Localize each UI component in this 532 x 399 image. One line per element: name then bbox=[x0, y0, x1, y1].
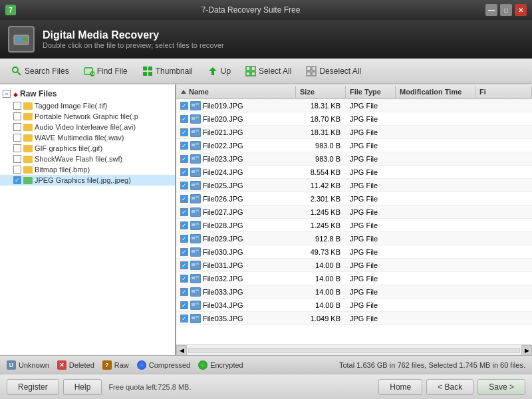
table-row[interactable]: ✓File022.JPG983.0 BJPG File bbox=[176, 139, 532, 152]
find-file-button[interactable]: Find File bbox=[78, 63, 134, 80]
tree-checkbox[interactable] bbox=[13, 155, 21, 163]
file-checkbox[interactable]: ✓ bbox=[180, 315, 188, 323]
file-checkbox[interactable]: ✓ bbox=[180, 168, 188, 176]
tree-checkbox[interactable] bbox=[13, 166, 21, 174]
file-fi-cell bbox=[475, 291, 532, 293]
svg-rect-64 bbox=[196, 276, 199, 278]
toolbar: Search Files Find File Thumbnail bbox=[0, 59, 532, 84]
table-row[interactable]: ✓File030.JPG49.73 KBJPG File bbox=[176, 245, 532, 259]
scroll-left-button[interactable]: ◀ bbox=[176, 345, 187, 356]
minimize-button[interactable]: — bbox=[485, 4, 497, 16]
file-type-icon bbox=[190, 128, 201, 137]
svg-rect-20 bbox=[307, 72, 311, 76]
file-checkbox[interactable]: ✓ bbox=[180, 128, 188, 136]
svg-rect-34 bbox=[196, 143, 199, 145]
file-checkbox[interactable]: ✓ bbox=[180, 261, 188, 269]
file-mtime-cell bbox=[396, 304, 475, 307]
file-checkbox[interactable]: ✓ bbox=[180, 248, 188, 256]
tree-checkbox[interactable] bbox=[13, 123, 21, 131]
tree-item[interactable]: ✓JPEG Graphics file(.jpg,.jpeg) bbox=[0, 175, 175, 186]
col-name: Name bbox=[176, 86, 296, 98]
file-name-cell: ✓File020.JPG bbox=[176, 113, 296, 125]
tree-item[interactable]: Portable Network Graphic file(.p bbox=[0, 111, 175, 122]
file-checkbox[interactable]: ✓ bbox=[180, 102, 188, 110]
svg-rect-10 bbox=[143, 72, 147, 76]
close-button[interactable]: ✕ bbox=[515, 4, 527, 16]
tree-checkbox[interactable] bbox=[13, 134, 21, 142]
table-row[interactable]: ✓File024.JPG8.554 KBJPG File bbox=[176, 166, 532, 179]
table-row[interactable]: ✓File034.JPG14.00 BJPG File bbox=[176, 299, 532, 312]
save-button[interactable]: Save > bbox=[477, 379, 525, 395]
file-mtime-cell bbox=[396, 224, 475, 227]
tree-checkbox[interactable] bbox=[13, 144, 21, 152]
file-type-icon bbox=[190, 168, 201, 177]
file-table-body[interactable]: ✓File019.JPG18.31 KBJPG File✓File020.JPG… bbox=[176, 99, 532, 344]
table-row[interactable]: ✓File023.JPG983.0 BJPG File bbox=[176, 152, 532, 166]
file-checkbox[interactable]: ✓ bbox=[180, 155, 188, 163]
file-checkbox[interactable]: ✓ bbox=[180, 235, 188, 243]
table-row[interactable]: ✓File031.JPG14.00 BJPG File bbox=[176, 259, 532, 272]
table-row[interactable]: ✓File028.JPG1.245 KBJPG File bbox=[176, 219, 532, 232]
file-type-icon bbox=[190, 301, 201, 310]
home-button[interactable]: Home bbox=[378, 379, 422, 395]
file-checkbox[interactable]: ✓ bbox=[180, 301, 188, 309]
file-checkbox[interactable]: ✓ bbox=[180, 288, 188, 296]
table-row[interactable]: ✓File021.JPG18.31 KBJPG File bbox=[176, 126, 532, 139]
file-name-cell: ✓File027.JPG bbox=[176, 206, 296, 218]
tree-root-expand[interactable]: − bbox=[3, 90, 11, 98]
table-row[interactable]: ✓File035.JPG1.049 KBJPG File bbox=[176, 312, 532, 325]
maximize-button[interactable]: □ bbox=[500, 4, 512, 16]
tree-item[interactable]: GIF graphics file(.gif) bbox=[0, 143, 175, 154]
register-button[interactable]: Register bbox=[7, 379, 59, 395]
svg-rect-73 bbox=[196, 316, 199, 318]
file-fi-cell bbox=[475, 171, 532, 174]
tree-item-label: Portable Network Graphic file(.p bbox=[35, 112, 138, 120]
file-checkbox[interactable]: ✓ bbox=[180, 142, 188, 150]
file-checkbox[interactable]: ✓ bbox=[180, 275, 188, 283]
svg-rect-11 bbox=[148, 72, 152, 76]
select-all-button[interactable]: Select All bbox=[239, 63, 297, 80]
tree-item[interactable]: ShockWave Flash file(.swf) bbox=[0, 154, 175, 164]
scroll-right-button[interactable]: ▶ bbox=[521, 345, 532, 356]
tree-item[interactable]: WAVE Multimedia file(.wav) bbox=[0, 132, 175, 143]
file-type-icon bbox=[190, 234, 201, 243]
help-button[interactable]: Help bbox=[63, 379, 102, 395]
file-type-cell: JPG File bbox=[346, 114, 396, 124]
file-size-cell: 14.00 B bbox=[296, 287, 346, 297]
tree-checkbox[interactable]: ✓ bbox=[13, 176, 21, 184]
file-name: File021.JPG bbox=[203, 128, 243, 136]
tree-panel[interactable]: − ⬥ Raw Files Tagged Image File(.tif)Por… bbox=[0, 84, 176, 355]
file-name: File031.JPG bbox=[203, 261, 243, 269]
horizontal-scrollbar[interactable]: ◀ ▶ bbox=[176, 344, 532, 355]
window-controls: — □ ✕ bbox=[485, 4, 527, 16]
file-checkbox[interactable]: ✓ bbox=[180, 195, 188, 203]
table-row[interactable]: ✓File026.JPG2.301 KBJPG File bbox=[176, 192, 532, 205]
file-checkbox[interactable]: ✓ bbox=[180, 208, 188, 216]
back-button[interactable]: < Back bbox=[426, 379, 473, 395]
search-files-button[interactable]: Search Files bbox=[5, 63, 75, 80]
deselect-all-button[interactable]: Deselect All bbox=[300, 63, 367, 80]
tree-checkbox[interactable] bbox=[13, 102, 21, 110]
tree-checkbox[interactable] bbox=[13, 112, 21, 120]
tree-item[interactable]: Bitmap file(.bmp) bbox=[0, 164, 175, 175]
table-row[interactable]: ✓File027.JPG1.245 KBJPG File bbox=[176, 205, 532, 219]
file-checkbox[interactable]: ✓ bbox=[180, 115, 188, 123]
table-row[interactable]: ✓File032.JPG14.00 BJPG File bbox=[176, 272, 532, 285]
table-row[interactable]: ✓File029.JPG912.8 BJPG File bbox=[176, 232, 532, 245]
tree-item[interactable]: Tagged Image File(.tif) bbox=[0, 100, 175, 111]
tree-item[interactable]: Audio Video Interleave file(.avi) bbox=[0, 122, 175, 132]
up-button[interactable]: Up bbox=[201, 63, 237, 80]
file-checkbox[interactable]: ✓ bbox=[180, 182, 188, 190]
file-name: File020.JPG bbox=[203, 115, 243, 123]
file-size-cell: 14.00 B bbox=[296, 260, 346, 271]
scroll-track[interactable] bbox=[188, 348, 520, 353]
file-checkbox[interactable]: ✓ bbox=[180, 221, 188, 229]
thumbnail-button[interactable]: Thumbnail bbox=[136, 63, 199, 80]
bottom-bar: Register Help Free quota left:725.8 MB. … bbox=[0, 374, 532, 399]
table-row[interactable]: ✓File019.JPG18.31 KBJPG File bbox=[176, 99, 532, 112]
table-row[interactable]: ✓File033.JPG14.00 BJPG File bbox=[176, 285, 532, 299]
table-row[interactable]: ✓File025.JPG11.42 KBJPG File bbox=[176, 179, 532, 192]
table-row[interactable]: ✓File020.JPG18.70 KBJPG File bbox=[176, 112, 532, 126]
file-type-cell: JPG File bbox=[346, 260, 396, 271]
col-size: Size bbox=[296, 86, 346, 98]
